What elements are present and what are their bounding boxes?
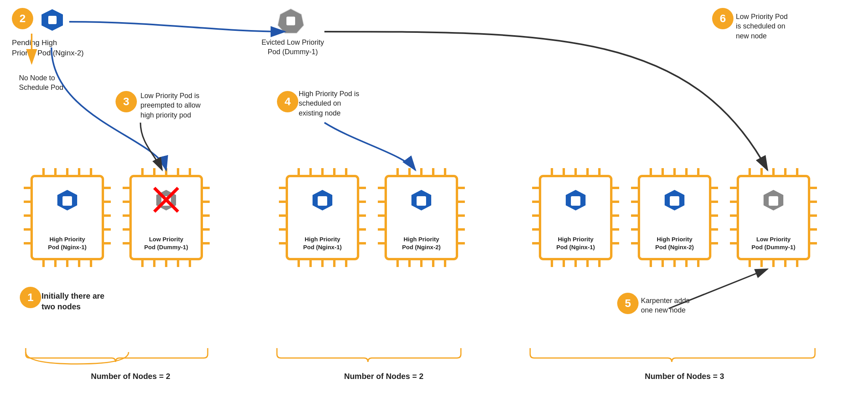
brace-label-2: Number of Nodes = 2	[309, 372, 459, 381]
brace-label-1: Number of Nodes = 2	[57, 372, 204, 381]
svg-rect-77	[318, 196, 327, 206]
svg-rect-169	[769, 196, 778, 206]
svg-rect-146	[670, 196, 679, 206]
step4-annotation: High Priority Pod is scheduled on existi…	[299, 89, 398, 118]
step-badge-2: 2	[12, 8, 33, 29]
step2-annotation: Pending High Priority Pod (Nginx-2)	[12, 38, 107, 58]
pending-pod-icon	[40, 7, 65, 34]
brace-label-3: Number of Nodes = 3	[570, 372, 799, 381]
evicted-pod-icon	[277, 7, 305, 36]
svg-rect-123	[571, 196, 580, 206]
svg-rect-6	[286, 17, 295, 25]
step6-annotation: Low Priority Pod is scheduled on new nod…	[736, 12, 823, 41]
svg-rect-29	[63, 196, 72, 206]
step-badge-5: 5	[617, 293, 639, 314]
evicted-pod-label: Evicted Low Priority Pod (Dummy-1)	[249, 38, 336, 57]
step5-annotation: Karpenter adds one new node	[641, 296, 720, 315]
step-badge-3: 3	[116, 91, 137, 112]
diagram: 1 2 3 4 5 6 Pending High Priority Pod (N…	[0, 0, 868, 394]
no-node-text: No Node to Schedule Pod	[19, 73, 98, 93]
step3-annotation: Low Priority Pod is preempted to allow h…	[140, 91, 247, 120]
svg-rect-4	[48, 16, 57, 24]
step-badge-6: 6	[712, 8, 733, 29]
step-badge-1: 1	[20, 287, 41, 308]
step-badge-4: 4	[277, 91, 298, 112]
step1-annotation: Initially there are two nodes	[42, 291, 152, 312]
svg-rect-100	[417, 196, 426, 206]
